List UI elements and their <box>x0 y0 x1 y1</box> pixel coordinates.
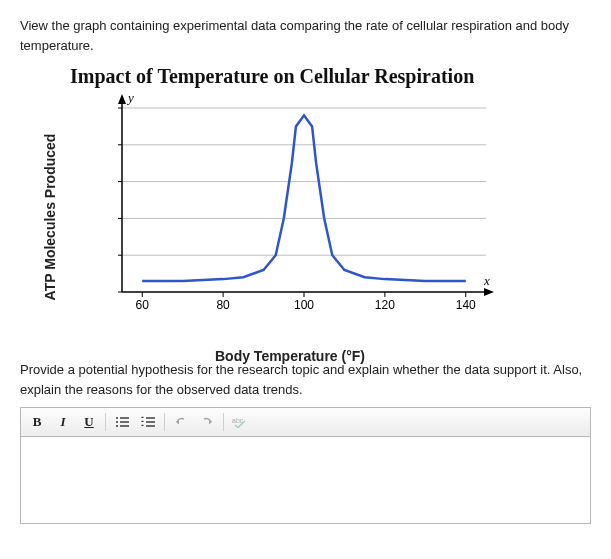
y-axis-variable: y <box>126 92 134 105</box>
svg-marker-8 <box>484 288 494 296</box>
numbered-list-button[interactable] <box>136 411 160 433</box>
svg-text:120: 120 <box>375 298 395 312</box>
x-axis-label: Body Temperature (°F) <box>215 348 365 364</box>
svg-rect-38 <box>146 417 155 418</box>
toolbar-separator <box>105 413 106 431</box>
chart-area: ATP Molecules Produced y x <box>70 92 510 342</box>
svg-marker-6 <box>118 94 126 104</box>
svg-text:60: 60 <box>136 298 150 312</box>
spellcheck-button[interactable]: abc <box>228 411 252 433</box>
svg-rect-42 <box>146 425 155 426</box>
svg-rect-32 <box>120 417 129 418</box>
svg-rect-39 <box>142 421 144 422</box>
undo-button[interactable] <box>169 411 193 433</box>
toolbar-separator <box>223 413 224 431</box>
y-axis-label: ATP Molecules Produced <box>42 134 58 301</box>
redo-button[interactable] <box>195 411 219 433</box>
svg-rect-36 <box>120 425 129 426</box>
chart-plot: y x 0 10 20 30 40 5 <box>114 92 494 312</box>
bullet-list-button[interactable] <box>110 411 134 433</box>
data-curve <box>142 115 466 281</box>
question-text: View the graph containing experimental d… <box>20 16 591 55</box>
svg-point-35 <box>116 425 118 427</box>
svg-text:140: 140 <box>456 298 476 312</box>
svg-rect-34 <box>120 421 129 422</box>
svg-point-33 <box>116 421 118 423</box>
chart-title: Impact of Temperature on Cellular Respir… <box>70 65 591 88</box>
chart-container: Impact of Temperature on Cellular Respir… <box>70 65 591 342</box>
toolbar-separator <box>164 413 165 431</box>
italic-button[interactable]: I <box>51 411 75 433</box>
editor-toolbar: B I U abc <box>20 407 591 437</box>
svg-rect-41 <box>142 425 144 426</box>
svg-rect-40 <box>146 421 155 422</box>
svg-rect-37 <box>142 417 144 418</box>
bold-button[interactable]: B <box>25 411 49 433</box>
svg-text:100: 100 <box>294 298 314 312</box>
svg-point-31 <box>116 417 118 419</box>
underline-button[interactable]: U <box>77 411 101 433</box>
svg-text:80: 80 <box>216 298 230 312</box>
x-axis-variable: x <box>483 273 490 288</box>
answer-input[interactable] <box>20 437 591 524</box>
prompt-text: Provide a potential hypothesis for the r… <box>20 360 591 399</box>
